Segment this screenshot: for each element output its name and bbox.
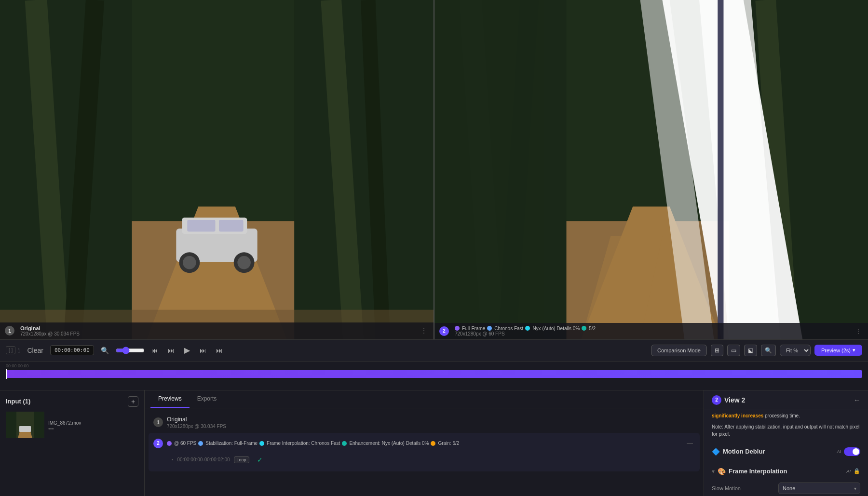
preview-row-1-num: 1 — [153, 417, 163, 427]
svg-rect-12 — [187, 220, 215, 231]
preview-list: 1 Original 720x1280px @ 30.034 FPS 2 — [145, 408, 704, 475]
view2-title: 2 View 2 — [712, 395, 745, 405]
preview-row-1-info: Original 720x1280px @ 30.034 FPS — [167, 416, 695, 429]
timeline-start: 00:00:00:00 — [6, 363, 29, 368]
preview-row-2-num: 2 — [153, 439, 163, 448]
frame-interp-icon: 🎨 — [718, 468, 726, 475]
right-settings-panel: 2 View 2 ← significantly increases proce… — [704, 390, 868, 496]
stab-tag: Stabilization: Full-Frame — [198, 441, 258, 446]
video-panel-left: 1 Original 720x1280px @ 30.034 FPS ⋮ — [0, 0, 434, 339]
preview-row-2[interactable]: 2 @ 60 FPS Stabilization: Full-Frame — [149, 433, 700, 471]
view2-label: View 2 — [724, 396, 745, 404]
motion-deblur-ai-badge: AI — [837, 449, 841, 454]
warning-suffix: processing time. — [765, 413, 800, 418]
view2-close-btn[interactable]: ← — [854, 396, 860, 404]
frame-counter-box: [ ] 1 — [6, 346, 20, 354]
video-panel-right: 2 Full-Frame Chronos Fast Nyx (Auto) Det… — [434, 0, 868, 339]
svg-rect-13 — [219, 220, 243, 231]
input-panel-header: Input (1) + — [6, 396, 138, 407]
video-left-canvas — [0, 0, 434, 339]
note-text: Note: After applying stabilization, inpu… — [704, 421, 868, 440]
svg-rect-37 — [34, 412, 44, 438]
preview-row-1[interactable]: 1 Original 720x1280px @ 30.034 FPS — [149, 412, 700, 433]
preview-chevron-icon: ▾ — [853, 347, 855, 353]
frame-interp-ai-badge: AI — [846, 469, 851, 474]
left-panel-info: 1 Original 720x1280px @ 30.034 FPS — [5, 325, 80, 336]
slow-motion-value: None — [778, 483, 860, 494]
tab-exports[interactable]: Exports — [190, 390, 225, 408]
input-panel: Input (1) + IMG_8672.mov ••• — [0, 390, 145, 496]
left-panel-menu[interactable]: ⋮ — [419, 326, 429, 335]
timeline-bar[interactable] — [6, 370, 862, 378]
app-container: 1 Original 720x1280px @ 30.034 FPS ⋮ — [0, 0, 868, 496]
step-back-btn[interactable]: ⏭ — [165, 345, 177, 356]
svg-point-15 — [183, 256, 196, 269]
tabs-bar: Previews Exports — [145, 390, 704, 408]
warning-text: significantly increases processing time. — [704, 410, 868, 421]
preview-button[interactable]: Preview (2s) ▾ — [814, 345, 862, 356]
frame-interp-title: Frame Interpolation — [729, 468, 843, 475]
thumbnail-preview — [6, 412, 44, 438]
clear-button[interactable]: Clear — [24, 345, 46, 356]
motion-deblur-section[interactable]: 🔷 Motion Deblur AI — [704, 443, 868, 460]
playhead — [6, 369, 7, 379]
right-panel-menu[interactable]: ⋮ — [854, 327, 863, 335]
left-panel-res: 720x1280px @ 30.034 FPS — [20, 331, 80, 336]
grain-tag: Grain: 5/2 — [431, 441, 459, 446]
tab-previews[interactable]: Previews — [150, 390, 190, 408]
timeline-area: 00:00:00:00 — [0, 362, 868, 390]
play-btn[interactable]: ▶ — [181, 344, 193, 357]
add-input-button[interactable]: + — [128, 396, 138, 407]
view2-num: 2 — [712, 395, 721, 405]
left-panel-label-bar: 1 Original 720x1280px @ 30.034 FPS ⋮ — [0, 322, 434, 339]
row-2-collapse-btn[interactable]: — — [685, 439, 695, 448]
input-file-info: IMG_8672.mov ••• — [48, 418, 81, 431]
preview-row-2-detail: • 00:00:00:00-00:00:02:00 Loop ✓ — [153, 454, 268, 468]
slow-motion-select[interactable]: None — [778, 483, 860, 494]
svg-rect-38 — [19, 426, 31, 432]
fit-select[interactable]: Fit % — [780, 345, 811, 356]
input-thumbnail-row: IMG_8672.mov ••• — [6, 412, 138, 438]
zoom-slider[interactable] — [116, 347, 145, 354]
filename-label: IMG_8672.mov — [48, 420, 81, 426]
motion-deblur-title: Motion Deblur — [723, 448, 834, 455]
right-panel-tags: Full-Frame Chronos Fast Nyx (Auto) Detai… — [455, 326, 596, 331]
motion-deblur-icon: 🔷 — [712, 448, 720, 456]
left-panel-title: Original — [20, 325, 80, 331]
bottom-panels: Input (1) + IMG_8672.mov ••• — [0, 390, 868, 496]
preview-row-1-title: Original — [167, 416, 695, 423]
right-panel-info: 2 Full-Frame Chronos Fast Nyx (Auto) Det… — [439, 326, 596, 336]
frame-interp-section[interactable]: ▾ 🎨 Frame Interpolation AI 🔒 — [704, 464, 868, 479]
skip-start-btn[interactable]: ⏮ — [149, 345, 161, 356]
enh-tag: Enhancement: Nyx (Auto) Details 0% — [342, 441, 429, 446]
right-panel-num: 2 — [439, 326, 449, 336]
view2-header: 2 View 2 ← — [704, 390, 868, 410]
svg-rect-33 — [434, 0, 544, 339]
zoom-in-btn[interactable]: 🔍 — [98, 345, 112, 356]
toggle-knob — [853, 448, 859, 455]
right-panel-label-bar: 2 Full-Frame Chronos Fast Nyx (Auto) Det… — [434, 323, 868, 339]
check-icon: ✓ — [257, 456, 263, 464]
preview-row-2-info: @ 60 FPS Stabilization: Full-Frame Frame… — [167, 441, 681, 446]
preview-btn-label: Preview (2s) — [821, 348, 851, 353]
motion-deblur-toggle[interactable] — [844, 447, 860, 456]
skip-end-btn[interactable]: ⏭ — [213, 345, 226, 356]
slow-motion-row: Slow Motion None — [704, 479, 868, 496]
comparison-mode-btn[interactable]: Comparison Mode — [651, 345, 707, 356]
input-thumbnail[interactable] — [6, 412, 44, 438]
right-panel-res: 720x1280px @ 60 FPS — [455, 331, 596, 336]
svg-rect-31 — [718, 0, 723, 339]
split-view-btn[interactable]: ▭ — [727, 345, 740, 356]
timeline-progress — [6, 370, 862, 378]
left-panel-num: 1 — [5, 326, 14, 335]
overlay-view-btn[interactable]: ⬕ — [744, 345, 757, 356]
controls-bar: [ ] 1 Clear 00:00:00:00 🔍 ⏮ ⏭ ▶ ⏭ ⏭ Comp… — [0, 339, 868, 362]
loop-badge: Loop — [234, 456, 249, 463]
preview-row-2-tags: @ 60 FPS Stabilization: Full-Frame Frame… — [167, 441, 681, 446]
file-options-btn[interactable]: ••• — [48, 426, 81, 431]
zoom-out-btn[interactable]: 🔍 — [761, 345, 776, 356]
step-forward-btn[interactable]: ⏭ — [197, 345, 209, 356]
grid-view-btn[interactable]: ⊞ — [711, 345, 723, 356]
svg-rect-4 — [0, 0, 132, 339]
svg-rect-36 — [6, 412, 16, 438]
